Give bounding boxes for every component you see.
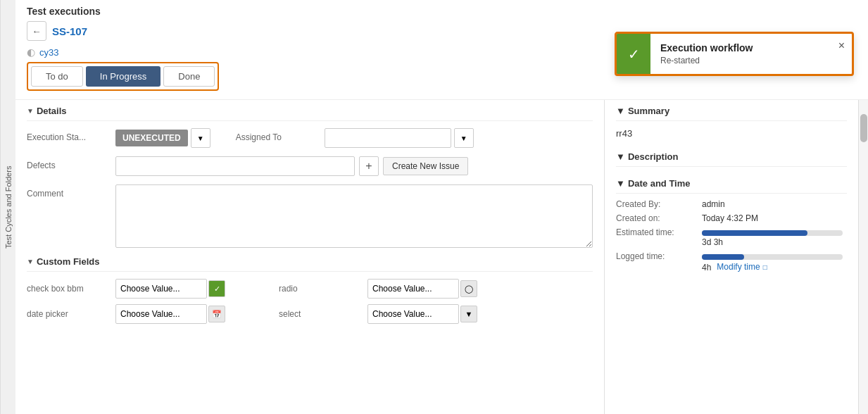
custom-fields-section: ▼ Custom Fields check box bbm ✓ radio (27, 256, 593, 324)
cf-radio-icon[interactable]: ◯ (460, 280, 477, 297)
assigned-to-label: Assigned To (236, 128, 313, 142)
cf-datepicker-input[interactable] (115, 304, 207, 324)
summary-label: Summary (628, 106, 669, 116)
summary-header: ▼ Summary (616, 106, 847, 121)
cf-dropdown-icon[interactable]: ▼ (460, 306, 477, 322)
estimated-time-bar-bg (702, 230, 843, 236)
summary-chevron: ▼ (616, 106, 625, 116)
test-id: SS-107 (52, 25, 87, 37)
toast-green-strip: ✓ (617, 34, 650, 74)
comment-row: Comment (27, 184, 593, 248)
created-by-key: Created By: (616, 199, 693, 209)
assigned-to-arrow[interactable]: ▼ (454, 128, 474, 148)
logged-time-bar-container: 4h Modify time □ (702, 254, 847, 272)
toast-close-button[interactable]: × (838, 39, 845, 52)
details-chevron: ▼ (27, 107, 34, 115)
custom-field-row-2: date picker 📅 select ▼ (27, 304, 593, 324)
details-label: Details (37, 106, 67, 116)
status-buttons-group: To do In Progress Done (27, 62, 219, 91)
summary-section: ▼ Summary rr43 (616, 106, 847, 140)
scrollbar-thumb (860, 114, 867, 142)
cf-checkbox-label: check box bbm (27, 284, 104, 294)
sidebar-label: Test Cycles and Folders (0, 0, 15, 414)
date-time-section: ▼ Date and Time Created By: admin Create… (616, 178, 847, 272)
estimated-time-row: Estimated time: 3d 3h (616, 227, 847, 247)
cf-select-input[interactable] (367, 304, 459, 324)
defects-row: Defects + Create New Issue (27, 156, 593, 176)
date-time-label: Date and Time (628, 178, 691, 189)
cf-radio-wrapper: ◯ (367, 279, 477, 299)
toast-notification: ✓ Execution workflow Re-started × (615, 32, 854, 76)
description-section: ▼ Description (616, 151, 847, 167)
execution-status-arrow[interactable]: ▼ (191, 128, 210, 148)
toast-title: Execution workflow (660, 42, 842, 54)
cf-radio-label: radio (279, 284, 356, 294)
back-button[interactable]: ← (27, 21, 46, 41)
cy33-label: cy33 (39, 47, 58, 58)
execution-status-label: Execution Sta... (27, 128, 104, 142)
status-todo-button[interactable]: To do (31, 66, 83, 87)
cf-datepicker-wrapper: 📅 (115, 304, 225, 324)
cf-select-label: select (279, 309, 356, 319)
description-label: Description (628, 151, 679, 162)
cf-select-wrapper: ▼ (367, 304, 477, 324)
spinner-icon: ◐ (27, 46, 35, 58)
app-container: Test Cycles and Folders Test executions … (0, 0, 868, 414)
custom-fields-label: Custom Fields (37, 256, 100, 267)
estimated-time-bar-container: 3d 3h (702, 230, 847, 247)
assigned-to-input[interactable] (325, 128, 451, 148)
left-panel: ▼ Details Execution Sta... UNEXECUTED ▼ … (15, 100, 605, 414)
created-on-key: Created on: (616, 213, 693, 223)
external-link-icon: □ (763, 263, 767, 271)
created-by-row: Created By: admin (616, 199, 847, 209)
status-done-button[interactable]: Done (163, 66, 215, 87)
content-area: ▼ Details Execution Sta... UNEXECUTED ▼ … (15, 100, 868, 414)
logged-time-row: Logged time: 4h Modify time □ (616, 251, 847, 272)
execution-status-row: Execution Sta... UNEXECUTED ▼ Assigned T… (27, 128, 593, 148)
add-defect-button[interactable]: + (359, 156, 379, 176)
cf-radio-input[interactable] (367, 279, 459, 299)
sidebar-label-text: Test Cycles and Folders (4, 165, 13, 248)
logged-time-value: 4h (702, 263, 711, 272)
custom-fields-chevron: ▼ (27, 258, 34, 265)
page-title: Test executions (27, 6, 857, 17)
defects-input[interactable] (115, 156, 355, 176)
created-by-value: admin (702, 199, 725, 209)
modify-time-link[interactable]: Modify time (717, 262, 760, 272)
custom-fields-header: ▼ Custom Fields (27, 256, 593, 272)
comment-textarea[interactable] (115, 184, 593, 248)
defects-label: Defects (27, 156, 104, 170)
estimated-time-value: 3d 3h (702, 237, 847, 247)
toast-body: Execution workflow Re-started (650, 34, 852, 74)
execution-status-dropdown[interactable]: UNEXECUTED (115, 130, 188, 146)
custom-field-row-1: check box bbm ✓ radio ◯ (27, 279, 593, 299)
description-chevron: ▼ (616, 151, 625, 162)
estimated-time-bar-fill (702, 230, 807, 236)
estimated-time-key: Estimated time: (616, 227, 693, 237)
logged-time-key: Logged time: (616, 251, 693, 261)
cf-datepicker-label: date picker (27, 309, 104, 319)
scrollbar-track[interactable] (858, 100, 868, 414)
date-time-chevron: ▼ (616, 178, 625, 189)
right-panel: ▼ Summary rr43 ▼ Description ▼ (605, 100, 858, 414)
cf-checkbox-icon[interactable]: ✓ (208, 280, 225, 297)
cf-checkbox-wrapper: ✓ (115, 279, 225, 299)
toast-checkmark-icon: ✓ (628, 46, 640, 63)
details-section-header: ▼ Details (27, 106, 593, 121)
created-on-row: Created on: Today 4:32 PM (616, 213, 847, 223)
date-time-header: ▼ Date and Time (616, 178, 847, 194)
comment-label: Comment (27, 184, 104, 199)
logged-time-bar-fill (702, 254, 744, 260)
cf-calendar-icon[interactable]: 📅 (208, 306, 225, 322)
logged-time-bar-bg (702, 254, 843, 260)
summary-value: rr43 (616, 127, 847, 140)
defects-wrapper: + Create New Issue (115, 156, 593, 176)
status-in-progress-button[interactable]: In Progress (86, 66, 161, 87)
toast-subtitle: Re-started (660, 56, 842, 65)
assigned-to-wrapper: ▼ (325, 128, 474, 148)
cf-checkbox-input[interactable] (115, 279, 207, 299)
create-issue-button[interactable]: Create New Issue (383, 157, 468, 175)
execution-status-wrapper: UNEXECUTED ▼ (115, 128, 210, 148)
description-header: ▼ Description (616, 151, 847, 167)
created-on-value: Today 4:32 PM (702, 213, 758, 223)
